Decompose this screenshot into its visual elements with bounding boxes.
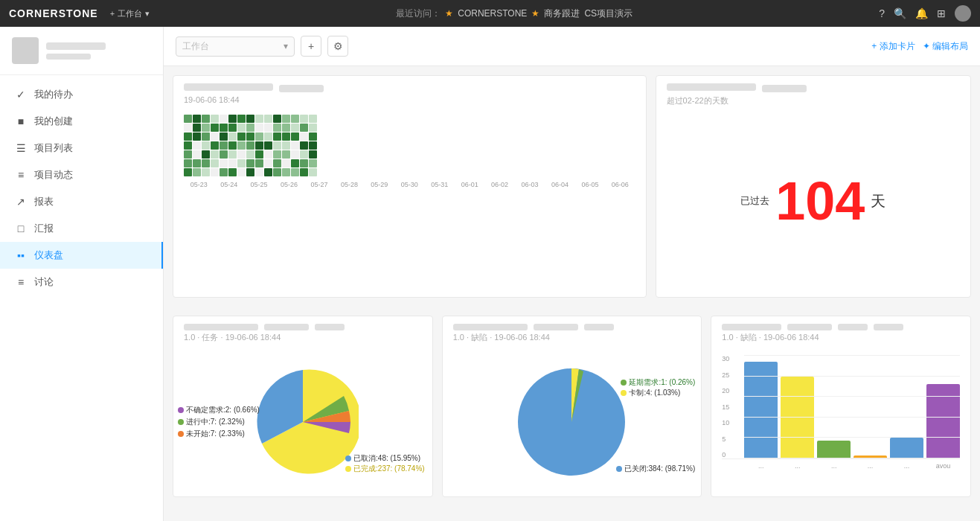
heatmap-week-5 [228,115,237,176]
sidebar-item-mycreated[interactable]: ■ 我的创建 [0,108,163,135]
recent-item-2[interactable]: 商务跟进 [544,7,580,20]
discussion-icon: ≡ [15,276,27,288]
heatmap-week-0 [184,115,192,176]
sidebar-item-reports[interactable]: ↗ 报表 [0,188,163,215]
recent-items: 最近访问： ★ CORNERSTONE ★ 商务跟进 CS项目演示 [161,7,867,20]
settings-button[interactable]: ⚙ [327,36,348,57]
recent-item-1[interactable]: CORNERSTONE [458,8,527,19]
bar-2 [781,377,814,458]
heatmap-date-label: 05-31 [425,181,455,188]
heatmap-week-12 [291,115,299,176]
sidebar-item-dashboard[interactable]: ▪▪ 仪表盘 [0,242,163,269]
search-icon[interactable]: 🔍 [894,7,906,19]
sidebar-item-summary[interactable]: □ 汇报 [0,215,163,242]
heatmap-cell [193,168,201,176]
sidebar-label-projectlist: 项目列表 [34,141,73,155]
pie2-title [453,324,528,330]
x-label-6: avou [926,462,960,470]
heatmap-cell [264,168,272,176]
edit-layout-button[interactable]: ✦ 编辑布局 [923,40,968,53]
recent-item-3[interactable]: CS项目演示 [584,7,632,20]
heatmap-cell [255,132,263,141]
square-icon: ■ [15,115,27,127]
add-card-button[interactable]: + 添加卡片 [871,40,915,53]
overdue-days-card: 超过02-22的天数 已过去 104 天 [656,75,971,298]
heatmap-cell [228,132,237,141]
heatmap-week-6 [237,115,246,176]
sidebar-item-discussion[interactable]: ≡ 讨论 [0,269,163,295]
add-button[interactable]: + [301,36,321,57]
notification-icon[interactable]: 🔔 [915,7,928,19]
grid-icon[interactable]: ⊞ [937,7,946,19]
pie1-meta: 1.0 · 任务 · 19-06-06 18:44 [184,332,422,343]
heatmap-cell [202,115,210,123]
y-label-0: 0 [722,451,729,458]
pie1-version: 1.0 [184,333,195,342]
bar-title [722,324,781,330]
heatmap-cell [228,168,237,176]
heatmap-cell [309,168,317,176]
pie2-title3 [584,324,614,330]
sidebar-user-role [46,54,91,60]
heatmap-cell [202,159,210,167]
heatmap-cell [237,115,246,123]
pie2-version: 1.0 [453,333,464,342]
pie-card-1: 1.0 · 任务 · 19-06-06 18:44 不确定需求:2: (0.66… [173,316,433,497]
legend2-item-2: 卡制:4: (1.03%) [621,388,695,398]
sidebar: ✓ 我的待办 ■ 我的创建 ☰ 项目列表 ≡ 项目动态 ↗ 报表 □ 汇报 ▪▪… [0,27,164,506]
list-icon: ☰ [15,142,27,154]
x-label-4: ... [854,462,887,470]
workbench-menu[interactable]: + 工作台 ▾ [110,8,150,19]
dashboard-toolbar: 工作台 ▾ + ⚙ + 添加卡片 ✦ 编辑布局 [164,27,980,66]
legend-dot-5 [345,466,351,472]
bar-version: 1.0 [722,333,733,342]
heatmap-cell [291,132,299,141]
heatmap-cell [220,141,228,150]
heatmap-cell [282,141,290,150]
heatmap-date-label: 05-27 [304,181,334,188]
heatmap-cell [264,159,272,167]
heatmap-cell [264,150,272,159]
user-avatar[interactable] [955,5,971,22]
pie1-type: 任务 [202,333,218,342]
heatmap-cell [193,150,201,159]
bar-date: 19-06-06 18:44 [763,333,819,342]
heatmap-week-13 [300,115,308,176]
heatmap-title2 [279,85,324,92]
x-label-1: ... [744,462,778,470]
heatmap-cell [273,159,281,167]
pie-chart-2-area: 延期需求:1: (0.26%) 卡制:4: (1.03%) 已关闭:384: (… [443,348,702,496]
heatmap-cell [184,141,192,150]
heatmap-cell [202,168,210,176]
y-axis: 30 25 20 15 10 5 0 [722,355,729,458]
help-icon[interactable]: ? [879,7,885,19]
bar-chart-area: 30 25 20 15 10 5 0 [711,348,970,477]
heatmap-cell [282,159,290,167]
dashboard-select[interactable]: 工作台 ▾ [176,36,295,57]
sidebar-user-name [46,42,106,50]
heatmap-cell [291,115,299,123]
heatmap-cell [237,124,246,132]
heatmap-cell [184,168,192,176]
sidebar-item-projectdynamic[interactable]: ≡ 项目动态 [0,162,163,188]
main-content: 工作台 ▾ + ⚙ + 添加卡片 ✦ 编辑布局 19-06-06 18:44 0… [164,27,980,506]
pie2-date: 19-06-06 18:44 [494,333,550,342]
overdue-subtitle: 超过02-22的天数 [667,95,960,106]
heatmap-cell [228,150,237,159]
heatmap-subtitle: 19-06-06 18:44 [184,95,635,104]
sidebar-item-mytasks[interactable]: ✓ 我的待办 [0,81,163,108]
heatmap-cell [246,124,254,132]
heatmap-date-label: 05-24 [214,181,243,188]
heatmap-cell [184,115,192,123]
legend-dot-2 [178,419,184,425]
heatmap-cell [184,124,192,132]
heatmap-cell [273,132,281,141]
chevron-icon: ▾ [284,41,288,51]
pie2-legend-bottom: 已关闭:384: (98.71%) [616,464,696,474]
pie2-type: 缺陷 [471,333,487,342]
heatmap-date-label: 05-29 [365,181,394,188]
heatmap-week-1 [193,115,201,176]
y-label-15: 15 [722,403,729,411]
sidebar-item-projectlist[interactable]: ☰ 项目列表 [0,135,163,162]
top-navigation: CORNERSTONE + 工作台 ▾ 最近访问： ★ CORNERSTONE … [0,0,980,27]
